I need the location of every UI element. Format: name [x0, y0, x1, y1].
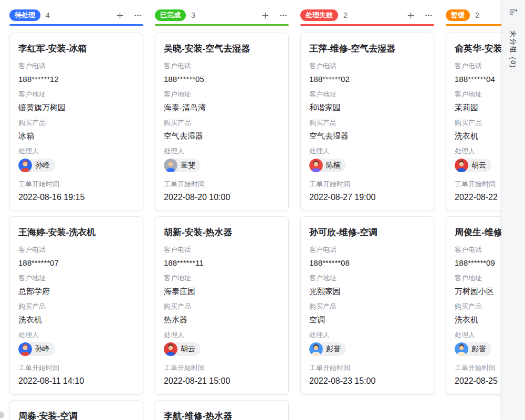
handler-chip: 彭誉 [309, 342, 346, 356]
field-label-time: 工单开始时间 [164, 363, 280, 373]
column-more-button[interactable] [423, 9, 434, 21]
card-count: 4 [46, 11, 50, 19]
field-label-product: 购买产品 [164, 302, 280, 311]
field-value-time: 2022-08-11 14:10 [18, 375, 134, 386]
card-list: 吴晓-安装-空气去湿器 客户电话 188******05 客户地址 海泰·清岛湾… [155, 33, 289, 420]
handler-chip: 董斐 [164, 159, 201, 172]
card-title: 王萍-维修-空气去湿器 [309, 43, 425, 55]
add-card-button[interactable] [259, 9, 271, 21]
field-value-phone: 188******08 [309, 257, 425, 268]
card-count: 2 [475, 11, 479, 19]
field-label-time: 工单开始时间 [309, 180, 425, 189]
avatar [309, 159, 323, 172]
handler-name: 胡云 [177, 344, 201, 354]
field-label-product: 购买产品 [18, 302, 134, 311]
field-value-time: 2022-08-27 19:00 [309, 192, 425, 203]
kanban-card[interactable]: 王萍-维修-空气去湿器 客户电话 188******02 客户地址 和谐家园 购… [300, 33, 434, 211]
status-badge: 暂缓 [446, 9, 470, 21]
handler-name: 陈楠 [323, 161, 346, 170]
card-count: 2 [343, 11, 348, 19]
field-value-address: 海泰庄园 [164, 286, 280, 297]
field-label-handler: 处理人 [164, 330, 280, 340]
handler-name: 胡云 [468, 161, 491, 170]
field-label-handler: 处理人 [309, 146, 425, 156]
field-label-handler: 处理人 [164, 146, 280, 156]
card-count: 3 [191, 11, 195, 19]
handler-chip: 孙峰 [18, 342, 55, 356]
column-done: 已完成 3 吴晓-安装-空气去湿器 客户电话 188******05 客户地址 … [155, 8, 289, 420]
add-card-button[interactable] [114, 9, 125, 21]
field-label-time: 工单开始时间 [164, 180, 280, 189]
column-color-bar [9, 24, 143, 26]
field-value-address: 海泰·清岛湾 [164, 102, 280, 113]
avatar [455, 159, 468, 172]
field-label-address: 客户地址 [18, 90, 134, 99]
field-value-product: 洗衣机 [18, 314, 134, 325]
field-label-address: 客户地址 [309, 90, 425, 99]
avatar [309, 342, 323, 356]
field-label-time: 工单开始时间 [309, 363, 425, 373]
card-list: 李红军-安装-冰箱 客户电话 188******12 客户地址 镶黄旗万树园 购… [9, 33, 143, 420]
field-label-phone: 客户电话 [309, 245, 425, 255]
field-label-phone: 客户电话 [309, 61, 425, 71]
handler-name: 孙峰 [32, 161, 55, 170]
kanban-card[interactable]: 孙可欣-维修-空调 客户电话 188******08 客户地址 光熙家园 购买产… [300, 216, 434, 395]
field-label-handler: 处理人 [309, 330, 425, 340]
card-title: 周淼-安装-空调 [18, 410, 134, 420]
avatar [164, 159, 177, 172]
field-label-time: 工单开始时间 [18, 180, 134, 189]
kanban-card[interactable]: 吴晓-安装-空气去湿器 客户电话 188******05 客户地址 海泰·清岛湾… [155, 33, 289, 211]
column-more-button[interactable] [277, 9, 289, 21]
column-failed: 处理失败 2 王萍-维修-空气去湿器 客户电话 188******02 客户地址… [300, 8, 434, 420]
column-header: 待处理 4 [9, 8, 143, 22]
kanban-card[interactable]: 李红军-安装-冰箱 客户电话 188******12 客户地址 镶黄旗万树园 购… [9, 33, 143, 211]
field-label-address: 客户地址 [309, 274, 425, 283]
field-label-phone: 客户电话 [18, 245, 134, 255]
field-label-product: 购买产品 [309, 302, 425, 311]
column-pending: 待处理 4 李红军-安装-冰箱 客户电话 188******12 客户地址 镶黄… [9, 8, 143, 420]
field-value-product: 空气去湿器 [164, 130, 280, 141]
card-title: 吴晓-安装-空气去湿器 [164, 43, 280, 55]
field-value-product: 热水器 [164, 314, 280, 325]
field-value-address: 总部学府 [18, 286, 134, 297]
card-title: 胡新-安装-热水器 [164, 226, 280, 239]
field-label-product: 购买产品 [309, 118, 425, 128]
handler-chip: 胡云 [455, 159, 491, 172]
handler-chip: 陈楠 [309, 159, 346, 172]
handler-name: 孙峰 [32, 344, 55, 354]
field-label-address: 客户地址 [164, 274, 280, 283]
hidden-groups-panel: 未分组 (0) [501, 0, 525, 420]
card-title: 李红军-安装-冰箱 [18, 43, 134, 55]
kanban-board: 待处理 4 李红军-安装-冰箱 客户电话 188******12 客户地址 镶黄… [0, 0, 525, 420]
field-value-address: 光熙家园 [309, 286, 425, 297]
field-label-time: 工单开始时间 [18, 363, 134, 373]
avatar [164, 342, 177, 356]
kanban-card[interactable]: 周淼-安装-空调 客户电话 [9, 400, 143, 420]
handler-name: 彭誉 [468, 344, 491, 354]
column-more-button[interactable] [132, 9, 143, 21]
status-badge: 待处理 [9, 9, 40, 21]
handler-name: 彭誉 [323, 344, 346, 354]
column-header: 已完成 3 [155, 8, 289, 22]
field-value-time: 2022-08-23 15:00 [309, 375, 425, 386]
add-card-button[interactable] [405, 9, 416, 21]
collapse-groups-icon[interactable] [509, 7, 518, 17]
card-list: 王萍-维修-空气去湿器 客户电话 188******02 客户地址 和谐家园 购… [300, 33, 434, 395]
kanban-card[interactable]: 胡新-安装-热水器 客户电话 188******11 客户地址 海泰庄园 购买产… [155, 216, 289, 395]
avatar [18, 159, 32, 172]
kanban-card[interactable]: 王海婷-安装-洗衣机 客户电话 188******07 客户地址 总部学府 购买… [9, 216, 143, 395]
field-value-time: 2022-08-16 19:15 [18, 192, 134, 203]
avatar [18, 342, 32, 356]
field-value-product: 空调 [309, 314, 425, 325]
field-value-time: 2022-08-21 15:00 [164, 375, 280, 386]
field-value-time: 2022-08-20 10:00 [164, 192, 280, 203]
handler-name: 董斐 [177, 161, 201, 170]
card-title: 李航-维修-热水器 [164, 410, 280, 420]
field-label-address: 客户地址 [164, 90, 280, 99]
field-value-phone: 188******05 [164, 74, 280, 85]
hidden-group-label[interactable]: 未分组 (0) [508, 30, 518, 69]
field-label-product: 购买产品 [18, 118, 134, 128]
status-badge: 已完成 [155, 9, 186, 21]
field-value-phone: 188******07 [18, 257, 134, 268]
kanban-card[interactable]: 李航-维修-热水器 客户电话 [155, 400, 289, 420]
